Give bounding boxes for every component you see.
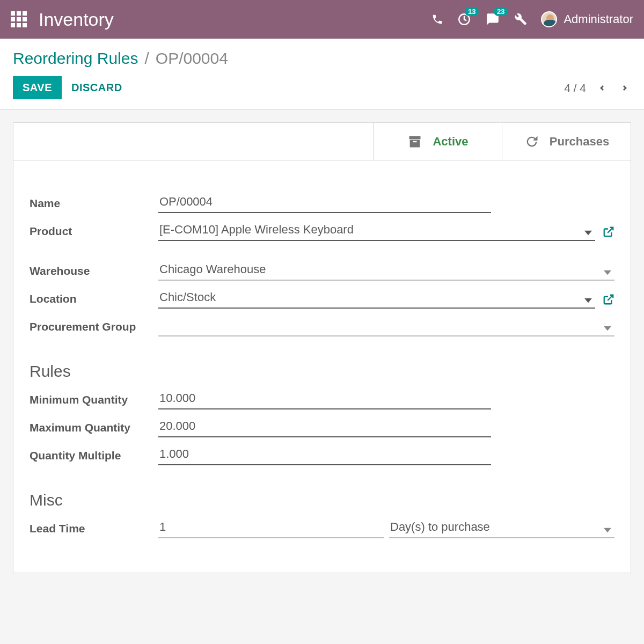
- misc-section-title: Misc: [30, 491, 614, 509]
- svg-line-5: [608, 295, 613, 301]
- breadcrumb-separator: /: [144, 49, 149, 68]
- settings-icon[interactable]: [514, 13, 527, 26]
- breadcrumb-parent[interactable]: Reordering Rules: [13, 49, 138, 68]
- control-panel: Reordering Rules / OP/00004 SAVE DISCARD…: [0, 39, 644, 109]
- stat-buttons: Active Purchases: [13, 123, 631, 160]
- purchases-label: Purchases: [550, 135, 609, 149]
- purchases-button[interactable]: Purchases: [502, 123, 631, 160]
- external-link-icon[interactable]: [603, 294, 614, 309]
- label-qty-multiple: Quantity Multiple: [30, 449, 158, 465]
- username: Administrator: [564, 12, 633, 26]
- pager-text: 4 / 4: [564, 82, 586, 94]
- row-name: Name: [30, 193, 614, 213]
- form-sheet: Active Purchases Name Product: [13, 122, 631, 573]
- lead-time-value-field[interactable]: [158, 518, 384, 538]
- qty-multiple-field[interactable]: [158, 445, 491, 465]
- svg-rect-1: [409, 136, 421, 139]
- content: Active Purchases Name Product: [0, 109, 644, 586]
- activity-badge: 13: [465, 7, 479, 16]
- pager-next-button[interactable]: [618, 79, 631, 97]
- svg-line-4: [608, 228, 613, 233]
- activity-icon[interactable]: 13: [457, 12, 471, 26]
- svg-rect-3: [413, 141, 417, 142]
- row-procurement-group: Procurement Group: [30, 316, 614, 336]
- chat-icon[interactable]: 23: [485, 12, 500, 26]
- label-warehouse: Warehouse: [30, 265, 158, 281]
- row-product: Product: [30, 221, 614, 241]
- label-procurement-group: Procurement Group: [30, 320, 158, 336]
- active-label: Active: [433, 135, 468, 149]
- topbar: Inventory 13 23 Administrator: [0, 0, 644, 39]
- max-qty-field[interactable]: [158, 417, 491, 437]
- save-button[interactable]: SAVE: [13, 76, 62, 99]
- chat-badge: 23: [494, 7, 508, 16]
- rules-section-title: Rules: [30, 362, 614, 380]
- breadcrumb-current: OP/00004: [156, 49, 228, 68]
- row-warehouse: Warehouse: [30, 260, 614, 281]
- row-qty-multiple: Quantity Multiple: [30, 445, 614, 465]
- refresh-icon: [524, 134, 540, 149]
- lead-time-unit-field[interactable]: [389, 518, 614, 538]
- pager: 4 / 4: [564, 79, 631, 97]
- actions-row: SAVE DISCARD 4 / 4: [13, 76, 631, 99]
- row-min-qty: Minimum Quantity: [30, 389, 614, 409]
- form-body: Name Product Warehouse: [13, 160, 631, 573]
- avatar-icon: [541, 11, 557, 27]
- pager-prev-button[interactable]: [596, 79, 609, 97]
- label-max-qty: Maximum Quantity: [30, 421, 158, 437]
- min-qty-field[interactable]: [158, 389, 491, 409]
- label-name: Name: [30, 197, 158, 213]
- procurement-group-field[interactable]: [158, 316, 614, 336]
- active-toggle-button[interactable]: Active: [373, 123, 502, 160]
- user-menu[interactable]: Administrator: [541, 11, 633, 27]
- svg-rect-2: [410, 140, 420, 147]
- row-lead-time: Lead Time: [30, 518, 614, 538]
- product-field[interactable]: [158, 221, 595, 241]
- topbar-right: 13 23 Administrator: [431, 11, 633, 27]
- apps-icon[interactable]: [11, 11, 27, 27]
- row-max-qty: Maximum Quantity: [30, 417, 614, 437]
- app-title: Inventory: [39, 9, 431, 30]
- archive-icon: [407, 134, 423, 149]
- external-link-icon[interactable]: [603, 226, 614, 241]
- name-field[interactable]: [158, 193, 491, 213]
- breadcrumb: Reordering Rules / OP/00004: [13, 49, 631, 68]
- label-min-qty: Minimum Quantity: [30, 393, 158, 409]
- label-product: Product: [30, 225, 158, 241]
- phone-icon[interactable]: [431, 13, 443, 25]
- label-location: Location: [30, 292, 158, 309]
- location-field[interactable]: [158, 288, 595, 309]
- warehouse-field[interactable]: [158, 260, 614, 281]
- label-lead-time: Lead Time: [30, 522, 158, 538]
- row-location: Location: [30, 288, 614, 309]
- discard-button[interactable]: DISCARD: [62, 76, 132, 99]
